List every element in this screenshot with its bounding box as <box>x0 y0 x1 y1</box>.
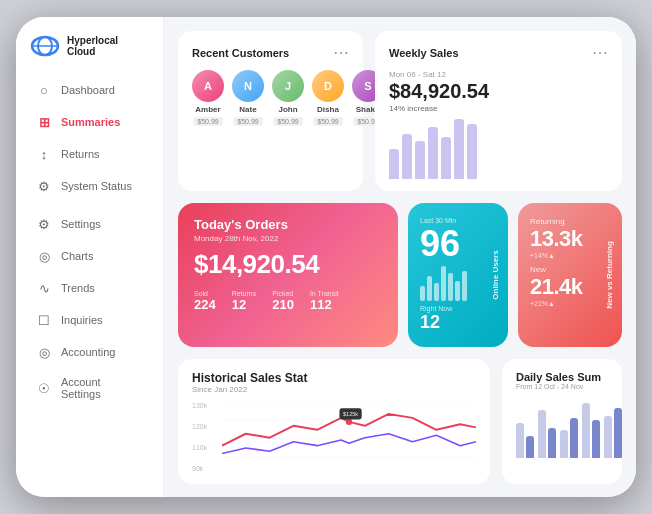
inquiries-icon: ☐ <box>36 312 52 328</box>
online-bar <box>427 276 432 301</box>
sidebar-item-inquiries[interactable]: ☐ Inquiries <box>22 305 157 335</box>
new-vs-returning-label: New vs Returning <box>605 241 614 309</box>
online-bar <box>455 281 460 301</box>
avatar: D <box>312 70 344 102</box>
y-label: 130k <box>192 402 207 409</box>
new-vs-returning-card: Returning 13.3k +14%▲ New 21.4k +21%▲ Ne… <box>518 203 622 347</box>
new-change: +21%▲ <box>530 300 610 307</box>
historical-subtitle: Since Jan 2022 <box>192 385 476 394</box>
online-chart <box>420 266 496 301</box>
sidebar-item-summaries[interactable]: ⊞ Summaries <box>22 107 157 137</box>
orders-title: Today's Orders <box>194 217 382 232</box>
stat-value: 224 <box>194 297 216 312</box>
avatar: N <box>232 70 264 102</box>
sidebar-item-label: Summaries <box>61 116 120 128</box>
top-row: Recent Customers ⋯ A Amber $50.99 N Nate… <box>178 31 622 191</box>
right-now-count: 12 <box>420 312 496 333</box>
historical-sales-card: Historical Sales Stat Since Jan 2022 130… <box>178 359 490 484</box>
weekly-bar <box>454 119 464 179</box>
daily-bar <box>582 403 590 458</box>
sidebar-item-trends[interactable]: ∿ Trends <box>22 273 157 303</box>
summaries-icon: ⊞ <box>36 114 52 130</box>
sidebar-item-accounting[interactable]: ◎ Accounting <box>22 337 157 367</box>
daily-sales-title: Daily Sales Sum <box>516 371 608 383</box>
weekly-amount: $84,920.54 <box>389 81 608 101</box>
daily-bar <box>516 423 524 458</box>
sidebar-item-charts[interactable]: ◎ Charts <box>22 241 157 271</box>
svg-point-7 <box>346 419 352 425</box>
customer-name: John <box>278 105 297 114</box>
daily-bar <box>570 418 578 458</box>
online-users-card: Last 30 Min 96 Right Now 12 <box>408 203 508 347</box>
daily-sales-subtitle: From 12 Oct - 24 Nov <box>516 383 608 390</box>
logo-text-line1: Hyperlocal <box>67 35 118 46</box>
stat-value: 12 <box>232 297 257 312</box>
customer-name: Nate <box>239 105 256 114</box>
stat-label: Picked <box>272 290 294 297</box>
online-bar <box>462 271 467 301</box>
y-label: 110k <box>192 444 207 451</box>
logo-text-line2: Cloud <box>67 46 118 57</box>
line-chart-svg: $125k <box>222 402 476 458</box>
weekly-increase: 14% increase <box>389 104 608 113</box>
customer-amount: $50.99 <box>313 117 342 126</box>
y-label: 90k <box>192 465 207 472</box>
settings-icon: ⚙ <box>36 216 52 232</box>
sidebar-item-label: Inquiries <box>61 314 103 326</box>
online-count: 96 <box>420 226 496 262</box>
right-now-label: Right Now <box>420 305 496 312</box>
weekly-sales-title: Weekly Sales <box>389 47 459 59</box>
nav-items: ○ Dashboard ⊞ Summaries ↕ Returns ⚙ Syst… <box>16 75 163 407</box>
sidebar-item-returns[interactable]: ↕ Returns <box>22 139 157 169</box>
returns-icon: ↕ <box>36 146 52 162</box>
avatar: A <box>192 70 224 102</box>
bar-group <box>604 408 622 458</box>
sidebar-item-label: Dashboard <box>61 84 115 96</box>
logo-area: Hyperlocal Cloud <box>16 35 163 75</box>
daily-bar <box>526 436 534 458</box>
customer-amount: $50.99 <box>273 117 302 126</box>
sidebar-item-label: System Status <box>61 180 132 192</box>
system-icon: ⚙ <box>36 178 52 194</box>
stat-value: 112 <box>310 297 339 312</box>
sidebar-item-label: Settings <box>61 218 101 230</box>
stat-sold: Sold 224 <box>194 290 216 312</box>
weekly-bar <box>441 137 451 179</box>
weekly-bar <box>467 124 477 179</box>
online-bar <box>448 273 453 301</box>
new-label: New <box>530 265 610 274</box>
daily-sales-card: Daily Sales Sum From 12 Oct - 24 Nov <box>502 359 622 484</box>
customer-name: Disha <box>317 105 339 114</box>
sidebar-item-account-settings[interactable]: ☉ Account Settings <box>22 369 157 407</box>
sidebar-item-label: Charts <box>61 250 93 262</box>
todays-orders-card: Today's Orders Monday 28th Nov, 2022 $14… <box>178 203 398 347</box>
weekly-bar <box>415 141 425 179</box>
historical-title: Historical Sales Stat <box>192 371 476 385</box>
recent-customers-card: Recent Customers ⋯ A Amber $50.99 N Nate… <box>178 31 363 191</box>
daily-bar <box>614 408 622 458</box>
sidebar-item-system-status[interactable]: ⚙ System Status <box>22 171 157 201</box>
customer-item: N Nate $50.99 <box>232 70 264 126</box>
customer-item: D Disha $50.99 <box>312 70 344 126</box>
stat-picked: Picked 210 <box>272 290 294 312</box>
more-options-button[interactable]: ⋯ <box>333 43 349 62</box>
sidebar-item-dashboard[interactable]: ○ Dashboard <box>22 75 157 105</box>
online-users-label: Online Users <box>491 250 500 299</box>
stat-in-transit: In Transit 112 <box>310 290 339 312</box>
weekly-date-range: Mon 06 - Sat 12 <box>389 70 608 79</box>
card-header: Recent Customers ⋯ <box>192 43 349 62</box>
stat-returns: Returns 12 <box>232 290 257 312</box>
customer-item: A Amber $50.99 <box>192 70 224 126</box>
online-sublabel: Last 30 Min <box>420 217 496 224</box>
sidebar-item-label: Accounting <box>61 346 115 358</box>
stat-label: In Transit <box>310 290 339 297</box>
online-bar <box>441 266 446 301</box>
main-content: Recent Customers ⋯ A Amber $50.99 N Nate… <box>164 17 636 497</box>
y-axis-labels: 130k 120k 110k 90k <box>192 402 207 472</box>
sidebar-item-settings[interactable]: ⚙ Settings <box>22 209 157 239</box>
sidebar-item-label: Account Settings <box>61 376 143 400</box>
trends-icon: ∿ <box>36 280 52 296</box>
avatar: J <box>272 70 304 102</box>
daily-bar <box>560 430 568 458</box>
more-options-button[interactable]: ⋯ <box>592 43 608 62</box>
